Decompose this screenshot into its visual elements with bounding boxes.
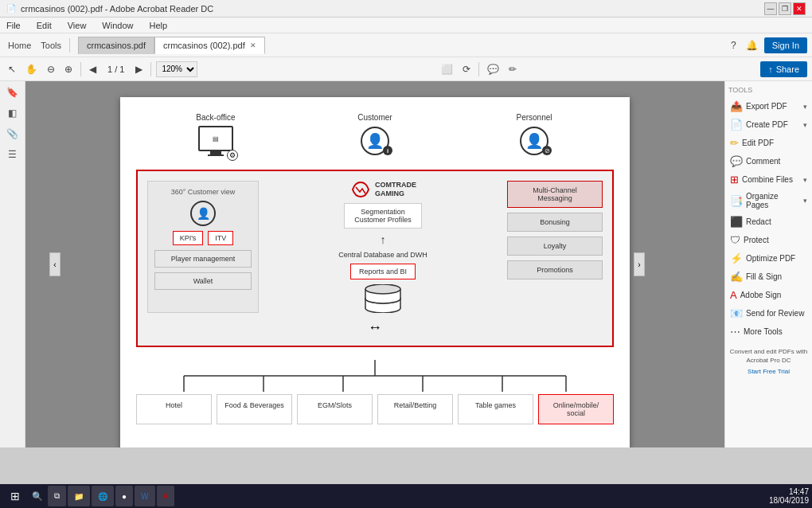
minimize-btn[interactable]: — <box>764 2 777 15</box>
optimize-btn[interactable]: ⚡ Optimize PDF <box>728 249 809 268</box>
kpi-row: KPI's ITV <box>173 231 234 245</box>
redact-icon: ⬛ <box>730 216 743 228</box>
optimize-icon: ⚡ <box>730 252 743 264</box>
fit-page-btn[interactable]: ⬜ <box>438 62 456 76</box>
sign-in-btn[interactable]: Sign In <box>764 37 807 53</box>
combine-files-btn[interactable]: ⊞ Combine Files ▾ <box>728 170 809 189</box>
collapse-left-btn[interactable]: ‹ <box>49 252 61 276</box>
search-taskbar-btn[interactable]: 🔍 <box>29 490 46 503</box>
table-games-box: Table games <box>458 394 533 424</box>
retail-betting-box: Retail/Betting <box>377 394 453 424</box>
back-office-item: Back-office ▤ ⚙ <box>196 113 236 157</box>
notification-btn[interactable]: 🔔 <box>743 38 761 53</box>
hand-tool[interactable]: ✋ <box>22 62 41 76</box>
word-btn[interactable]: W <box>135 486 154 506</box>
zoom-select[interactable]: 120% 100% 150% <box>156 61 197 77</box>
bonusing-label: Bonusing <box>540 218 570 226</box>
pdf-page: Back-office ▤ ⚙ Customer <box>120 97 630 447</box>
fill-sign-btn[interactable]: ✍ Fill & Sign <box>728 268 809 286</box>
send-review-icon: 📧 <box>730 307 743 319</box>
separator-1 <box>69 38 70 53</box>
optimize-label: Optimize PDF <box>746 254 795 263</box>
restore-btn[interactable]: ❐ <box>779 2 791 15</box>
create-icon: 📄 <box>730 119 743 131</box>
rotate-btn[interactable]: ⟳ <box>459 62 474 76</box>
create-pdf-btn[interactable]: 📄 Create PDF ▾ <box>728 115 809 134</box>
tab-1[interactable]: crmcasinos.pdf <box>78 37 154 54</box>
adobe-sign-icon: A <box>730 289 737 301</box>
start-free-trial-link[interactable]: Start Free Trial <box>728 368 809 375</box>
tree-connector-svg <box>136 360 614 392</box>
leaf-row: Hotel Food & Beverages EGM/Slots Retail/… <box>136 394 614 424</box>
menu-view[interactable]: View <box>64 19 90 32</box>
menu-edit[interactable]: Edit <box>33 19 55 32</box>
tools-btn[interactable]: Tools <box>37 39 64 52</box>
redact-btn[interactable]: ⬛ Redact <box>728 213 809 231</box>
page-indicator: 1 / 1 <box>103 64 129 74</box>
more-tools-btn[interactable]: ⋯ More Tools <box>728 322 809 341</box>
logo-svg <box>349 181 372 198</box>
menu-file[interactable]: File <box>3 19 24 32</box>
customer-view-title: 360° Customer view <box>171 188 236 196</box>
food-beverages-box: Food & Beverages <box>217 394 292 424</box>
pages-icon[interactable]: ☰ <box>5 147 21 162</box>
tab-2-close[interactable]: ✕ <box>250 41 256 49</box>
layers-icon[interactable]: ◧ <box>5 105 21 121</box>
attachment-icon[interactable]: 📎 <box>5 126 21 142</box>
window-controls[interactable]: — ❐ ✕ <box>764 2 806 15</box>
comtrade-logo: COMTRADEGAMING <box>349 181 416 198</box>
logo-text: COMTRADEGAMING <box>375 181 416 198</box>
tab-2[interactable]: crmcasinos (002).pdf ✕ <box>154 37 265 54</box>
zoom-out-btn[interactable]: ⊖ <box>44 62 58 76</box>
loyalty-label: Loyalty <box>544 242 567 250</box>
back-office-label: Back-office <box>196 113 235 122</box>
start-btn[interactable]: ⊞ <box>3 486 27 506</box>
itv-box: ITV <box>208 231 233 245</box>
prev-page-btn[interactable]: ◀ <box>86 62 100 76</box>
share-label: Share <box>776 64 799 74</box>
share-btn[interactable]: ↑ Share <box>760 61 807 77</box>
menu-window[interactable]: Window <box>99 19 136 32</box>
gear-overlay: ⚙ <box>227 150 238 161</box>
chrome-btn[interactable]: ● <box>115 486 133 506</box>
svg-point-9 <box>365 284 400 294</box>
help-btn[interactable]: ? <box>728 38 740 53</box>
protect-btn[interactable]: 🛡 Protect <box>728 231 809 249</box>
comment-tool-btn[interactable]: 💬 Comment <box>728 152 809 170</box>
multichannel-box: Multi-Channel Messaging <box>507 181 603 208</box>
organize-pages-btn[interactable]: 📑 Organize Pages ▾ <box>728 189 809 213</box>
fill-sign-label: Fill & Sign <box>746 272 782 281</box>
file-explorer-btn[interactable]: 📁 <box>68 486 90 506</box>
promotions-box: Promotions <box>507 260 603 279</box>
forbidden-badge: ⊘ <box>542 146 552 155</box>
select-tool[interactable]: ↖ <box>5 62 19 76</box>
acrobat-taskbar-btn[interactable]: A <box>157 486 175 506</box>
edit-pdf-btn[interactable]: ✏ Edit PDF <box>728 134 809 152</box>
redact-label: Redact <box>746 217 771 226</box>
online-mobile-label: Online/mobile/ social <box>553 401 599 417</box>
export-pdf-btn[interactable]: 📤 Export PDF ▾ <box>728 97 809 115</box>
more-tools-icon: ⋯ <box>730 326 740 338</box>
reports-bi-box: Reports and BI <box>350 264 416 279</box>
bonusing-box: Bonusing <box>507 213 603 232</box>
next-page-btn[interactable]: ▶ <box>132 62 146 76</box>
info-badge: i <box>383 146 392 155</box>
close-btn[interactable]: ✕ <box>793 2 806 15</box>
diagram-box: 360° Customer view 👤 KPI's ITV Player ma… <box>136 170 614 347</box>
organize-expand-icon: ▾ <box>803 197 807 205</box>
comment-icon: 💬 <box>730 155 743 167</box>
adobe-sign-btn[interactable]: A Adobe Sign <box>728 286 809 304</box>
bookmark-icon[interactable]: 🔖 <box>5 84 21 100</box>
draw-btn[interactable]: ✏ <box>506 62 520 76</box>
customer-person-icon: 👤 i <box>361 127 389 155</box>
comment-btn[interactable]: 💬 <box>484 62 502 76</box>
zoom-in-btn[interactable]: ⊕ <box>61 62 76 76</box>
collapse-right-btn[interactable]: › <box>634 252 645 276</box>
diagram-inner: 360° Customer view 👤 KPI's ITV Player ma… <box>147 181 603 313</box>
menu-help[interactable]: Help <box>146 19 170 32</box>
edge-btn[interactable]: 🌐 <box>92 486 114 506</box>
send-review-btn[interactable]: 📧 Send for Review <box>728 304 809 322</box>
tab-2-label: crmcasinos (002).pdf <box>163 41 245 50</box>
home-btn[interactable]: Home <box>5 39 34 52</box>
task-view-btn[interactable]: ⧉ <box>48 486 66 506</box>
